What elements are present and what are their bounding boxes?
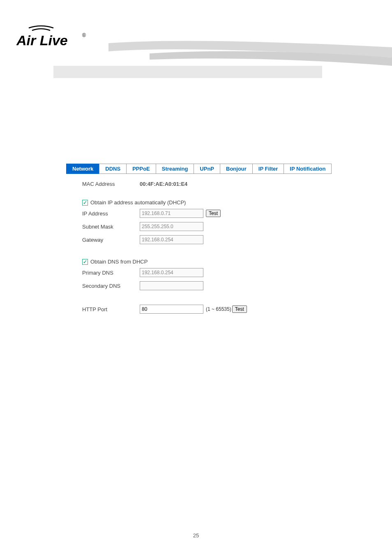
mac-address-value: 00:4F:AE:A0:01:E4 xyxy=(140,181,187,187)
dhcp-checkbox[interactable] xyxy=(82,200,88,206)
http-port-label: HTTP Port xyxy=(82,306,140,312)
gateway-input[interactable] xyxy=(140,235,203,244)
settings-tab-row: Network DDNS PPPoE Streaming UPnP Bonjou… xyxy=(66,164,331,174)
http-port-input[interactable] xyxy=(140,305,203,314)
airlive-logo-svg: Air Live ® xyxy=(16,25,90,53)
tab-ipfilter[interactable]: IP Filter xyxy=(252,164,284,174)
secondary-dns-label: Secondary DNS xyxy=(82,283,140,289)
tab-bonjour[interactable]: Bonjour xyxy=(220,164,253,174)
tab-ipnotification[interactable]: IP Notification xyxy=(284,164,332,174)
header-grey-bar xyxy=(53,66,322,78)
tab-streaming[interactable]: Streaming xyxy=(156,164,194,174)
ip-address-input[interactable] xyxy=(140,209,203,218)
ip-test-button[interactable]: Test xyxy=(206,210,221,217)
primary-dns-label: Primary DNS xyxy=(82,270,140,276)
svg-text:®: ® xyxy=(82,32,86,38)
page-number: 25 xyxy=(0,532,392,539)
port-test-button[interactable]: Test xyxy=(232,305,247,313)
network-form: MAC Address 00:4F:AE:A0:01:E4 Obtain IP … xyxy=(82,181,329,318)
tab-upnp[interactable]: UPnP xyxy=(194,164,220,174)
http-port-range: (1 ~ 65535) xyxy=(206,306,231,312)
primary-dns-input[interactable] xyxy=(140,268,203,277)
brand-logo: Air Live ® xyxy=(16,25,90,55)
subnet-mask-label: Subnet Mask xyxy=(82,224,140,230)
ip-address-label: IP Address xyxy=(82,210,140,217)
gateway-label: Gateway xyxy=(82,237,140,243)
tab-pppoe[interactable]: PPPoE xyxy=(126,164,156,174)
mac-address-label: MAC Address xyxy=(82,181,140,187)
dns-dhcp-checkbox-label: Obtain DNS from DHCP xyxy=(90,259,148,265)
tab-ddns[interactable]: DDNS xyxy=(99,164,127,174)
subnet-mask-input[interactable] xyxy=(140,222,203,231)
dhcp-checkbox-label: Obtain IP address automatically (DHCP) xyxy=(90,199,186,206)
svg-text:Air Live: Air Live xyxy=(16,32,68,48)
tab-network[interactable]: Network xyxy=(66,164,99,174)
header-swoosh xyxy=(108,35,392,66)
dns-dhcp-checkbox[interactable] xyxy=(82,259,88,265)
secondary-dns-input[interactable] xyxy=(140,281,203,290)
